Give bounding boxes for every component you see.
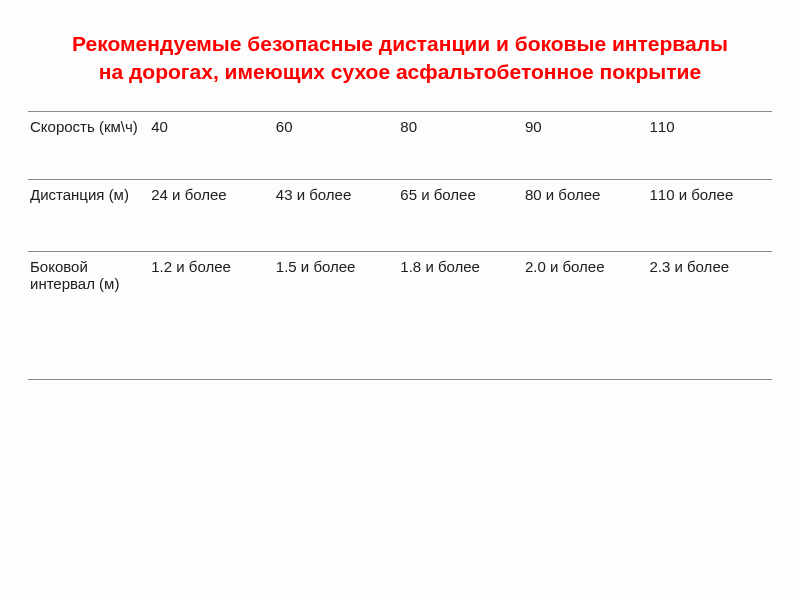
cell-speed-2: 80 [398,111,523,179]
cell-lateral-3: 2.0 и более [523,251,648,379]
cell-speed-0: 40 [149,111,274,179]
cell-speed-1: 60 [274,111,399,179]
cell-speed-4: 110 [647,111,772,179]
table-row: Боковой интервал (м) 1.2 и более 1.5 и б… [28,251,772,379]
row-label-lateral: Боковой интервал (м) [28,251,149,379]
cell-distance-1: 43 и более [274,179,399,251]
cell-distance-0: 24 и более [149,179,274,251]
table-row: Скорость (км\ч) 40 60 80 90 110 [28,111,772,179]
cell-lateral-0: 1.2 и более [149,251,274,379]
data-table: Скорость (км\ч) 40 60 80 90 110 Дистанци… [28,111,772,380]
cell-distance-2: 65 и более [398,179,523,251]
cell-lateral-1: 1.5 и более [274,251,399,379]
row-label-speed: Скорость (км\ч) [28,111,149,179]
page-title: Рекомендуемые безопасные дистанции и бок… [28,30,772,87]
cell-distance-3: 80 и более [523,179,648,251]
cell-speed-3: 90 [523,111,648,179]
cell-distance-4: 110 и более [647,179,772,251]
row-label-distance: Дистанция (м) [28,179,149,251]
cell-lateral-2: 1.8 и более [398,251,523,379]
table-row: Дистанция (м) 24 и более 43 и более 65 и… [28,179,772,251]
cell-lateral-4: 2.3 и более [647,251,772,379]
